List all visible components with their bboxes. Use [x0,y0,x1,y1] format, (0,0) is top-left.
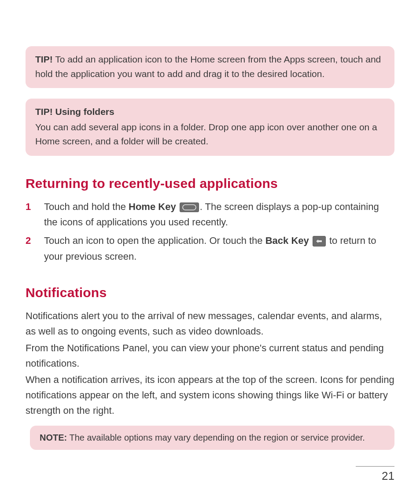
body-paragraph: When a notification arrives, its icon ap… [26,372,394,419]
tip-text: You can add several app icons in a folde… [35,122,377,147]
step-text: Touch and hold the [44,201,129,212]
step-text: Touch an icon to open the application. O… [44,235,265,246]
page-number-area: 21 [356,466,394,483]
back-key-label: Back Key [265,235,309,246]
svg-rect-0 [183,205,196,210]
spacer [26,419,394,426]
tip-title: TIP! Using folders [35,105,385,119]
step-item: Touch an icon to open the application. O… [26,233,394,264]
tip-box-add-app: TIP! To add an application icon to the H… [26,46,394,88]
page-number-rule [356,466,394,467]
note-prefix: NOTE: [40,433,67,442]
manual-page: TIP! To add an application icon to the H… [0,0,420,504]
note-box: NOTE: The available options may vary dep… [30,426,394,450]
back-key-icon [313,236,326,246]
note-text: The available options may vary depending… [69,433,365,442]
home-key-icon [180,202,199,212]
tip-prefix: TIP! [35,54,53,64]
heading-notifications: Notifications [26,285,394,300]
tip-text: To add an application icon to the Home s… [35,54,381,79]
steps-list: Touch and hold the Home Key . The screen… [26,199,394,265]
heading-recent-apps: Returning to recently-used applications [26,176,394,191]
page-number: 21 [356,469,394,483]
tip-box-folders: TIP! Using folders You can add several a… [26,99,394,156]
home-key-label: Home Key [129,201,176,212]
body-paragraph: Notifications alert you to the arrival o… [26,308,394,339]
step-item: Touch and hold the Home Key . The screen… [26,199,394,230]
body-paragraph: From the Notifications Panel, you can vi… [26,340,394,371]
